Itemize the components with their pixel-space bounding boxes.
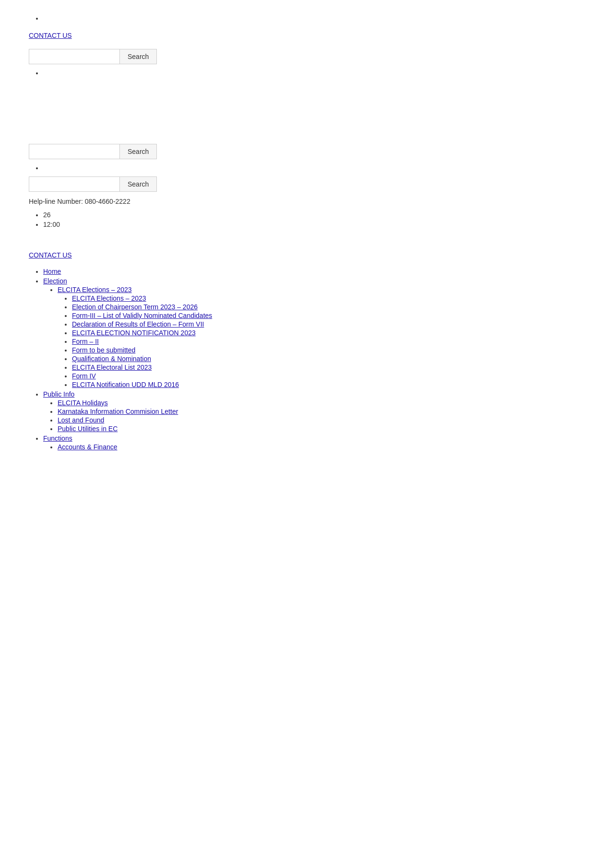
search-button-2[interactable]: Search [120, 144, 157, 159]
nav-item-functions: Functions Accounts & Finance [43, 434, 585, 451]
nav-link-elcita-sub-0[interactable]: ELCITA Elections – 2023 [72, 294, 146, 302]
search-row-3: Search [29, 176, 585, 192]
search-row-2: Search [29, 144, 585, 159]
nav-link-elcita-sub-3[interactable]: Declaration of Results of Election – For… [72, 320, 204, 328]
nav-item-election: Election ELCITA Elections – 2023 ELCITA … [43, 277, 585, 388]
nav-link-elcita-sub-9[interactable]: Form IV [72, 372, 96, 380]
functions-sub-list: Accounts & Finance [43, 443, 585, 451]
search-row-1: Search [29, 49, 585, 64]
public-sub-list: ELCITA HolidaysKarnataka Information Com… [43, 399, 585, 433]
nav-item-elcita-sub-10: ELCITA Notification UDD MLD 2016 [72, 381, 585, 388]
nav-link-functions-sub-0[interactable]: Accounts & Finance [58, 443, 118, 451]
nav-item-elcita-sub-3: Declaration of Results of Election – For… [72, 320, 585, 328]
bullet-26: 26 [43, 211, 585, 219]
nav-item-elcita-sub-1: Election of Chairperson Term 2023 – 2026 [72, 303, 585, 311]
contact-link-1[interactable]: CONTACT US [29, 32, 72, 39]
elcita-sub-list: ELCITA Elections – 2023Election of Chair… [58, 294, 585, 388]
nav-link-elcita-sub-2[interactable]: Form-III – List of Validly Nominated Can… [72, 312, 212, 319]
nav-item-functions-sub-0: Accounts & Finance [58, 443, 585, 451]
nav-item-elcita-sub-5: Form – II [72, 338, 585, 345]
nav-item-elcita-sub-9: Form IV [72, 372, 585, 380]
nav-link-elcita-elections-parent[interactable]: ELCITA Elections – 2023 [58, 286, 132, 293]
helpline-text: Help-line Number: 080-4660-2222 [29, 198, 585, 205]
contact-link-1-container: CONTACT US [29, 27, 585, 44]
nav-item-elcita-sub-4: ELCITA ELECTION NOTIFICATION 2023 [72, 329, 585, 337]
contact-link-2-container: CONTACT US [29, 246, 585, 264]
nav-link-elcita-sub-10[interactable]: ELCITA Notification UDD MLD 2016 [72, 381, 179, 388]
nav-link-public-sub-0[interactable]: ELCITA Holidays [58, 399, 108, 407]
search-input-3[interactable] [29, 176, 120, 192]
nav-item-home: Home [43, 268, 585, 275]
nav-link-elcita-sub-7[interactable]: Qualification & Nomination [72, 355, 151, 363]
nav-link-public-sub-1[interactable]: Karnataka Information Commision Letter [58, 408, 178, 415]
nav-item-public-sub-3: Public Utilities in EC [58, 425, 585, 433]
nav-item-public-sub-0: ELCITA Holidays [58, 399, 585, 407]
nav-link-public-info[interactable]: Public Info [43, 390, 74, 398]
nav-item-elcita-sub-2: Form-III – List of Validly Nominated Can… [72, 312, 585, 319]
bullet-1200: 12:00 [43, 221, 585, 228]
nav-link-elcita-sub-4[interactable]: ELCITA ELECTION NOTIFICATION 2023 [72, 329, 196, 337]
nav-item-elcita-sub-6: Form to be submitted [72, 346, 585, 354]
search-input-2[interactable] [29, 144, 120, 159]
search-button-3[interactable]: Search [120, 176, 157, 192]
nav-item-public-sub-1: Karnataka Information Commision Letter [58, 408, 585, 415]
nav-section: Home Election ELCITA Elections – 2023 EL… [29, 268, 585, 451]
search-button-1[interactable]: Search [120, 49, 157, 64]
nav-item-public-sub-2: Lost and Found [58, 416, 585, 424]
nav-link-election[interactable]: Election [43, 277, 67, 285]
bullet-item-3 [43, 164, 585, 172]
nav-link-public-sub-2[interactable]: Lost and Found [58, 416, 104, 424]
nav-link-public-sub-3[interactable]: Public Utilities in EC [58, 425, 118, 433]
nav-link-elcita-sub-1[interactable]: Election of Chairperson Term 2023 – 2026 [72, 303, 198, 311]
top-bullet-2 [29, 69, 585, 77]
nav-link-elcita-sub-5[interactable]: Form – II [72, 338, 99, 345]
nav-link-elcita-sub-8[interactable]: ELCITA Electoral List 2023 [72, 364, 152, 371]
nav-item-public-info: Public Info ELCITA HolidaysKarnataka Inf… [43, 390, 585, 433]
bullets-list-section: 26 12:00 [29, 211, 585, 228]
nav-link-home[interactable]: Home [43, 268, 61, 275]
bullet-item-1 [43, 14, 585, 22]
nav-item-elcita-sub-0: ELCITA Elections – 2023 [72, 294, 585, 302]
nav-item-elcita-elections-parent: ELCITA Elections – 2023 ELCITA Elections… [58, 286, 585, 388]
contact-link-2[interactable]: CONTACT US [29, 251, 72, 259]
nav-item-elcita-sub-7: Qualification & Nomination [72, 355, 585, 363]
nav-link-elcita-sub-6[interactable]: Form to be submitted [72, 346, 135, 354]
bullet-item-2 [43, 69, 585, 77]
top-bullet-3 [29, 164, 585, 172]
nav-link-functions[interactable]: Functions [43, 434, 72, 442]
nav-item-elcita-sub-8: ELCITA Electoral List 2023 [72, 364, 585, 371]
top-bullet-1 [29, 14, 585, 22]
search-input-1[interactable] [29, 49, 120, 64]
